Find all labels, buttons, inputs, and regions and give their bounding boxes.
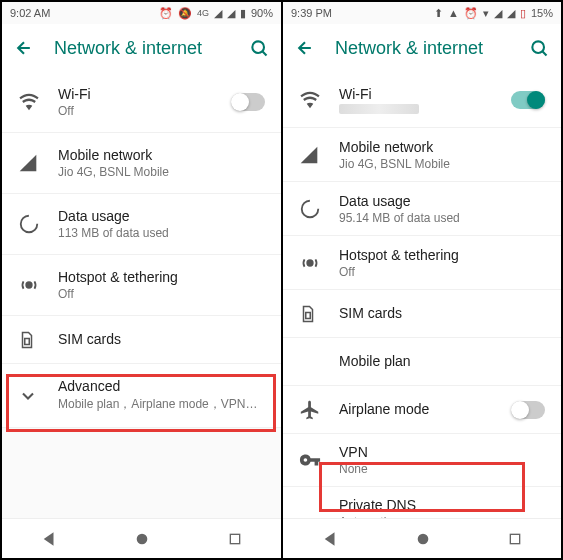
svg-rect-3 — [25, 338, 30, 344]
settings-list: Wi-FiOff Mobile networkJio 4G, BSNL Mobi… — [2, 72, 281, 518]
item-title: Mobile network — [58, 147, 265, 163]
notification-icon: ⬆ — [434, 7, 443, 20]
item-title: Data usage — [339, 193, 545, 209]
advanced-item[interactable]: AdvancedMobile plan，Airplane mode，VPN，Pr… — [2, 364, 281, 428]
settings-list: Wi-Fi Mobile networkJio 4G, BSNL Mobile … — [283, 72, 561, 518]
signal-icon: ◢ — [507, 7, 515, 20]
wifi-status-icon: ▾ — [483, 7, 489, 20]
signal-icon: ◢ — [214, 7, 222, 20]
status-time: 9:39 PM — [291, 7, 332, 19]
svg-point-6 — [532, 41, 544, 53]
sim-cards-item[interactable]: SIM cards — [283, 290, 561, 338]
mobile-network-item[interactable]: Mobile networkJio 4G, BSNL Mobile — [283, 128, 561, 182]
nav-bar — [2, 518, 281, 558]
data-usage-item[interactable]: Data usage95.14 MB of data used — [283, 182, 561, 236]
data-usage-icon — [299, 198, 339, 220]
svg-rect-11 — [510, 534, 519, 543]
hotspot-icon — [18, 274, 58, 296]
mobile-network-item[interactable]: Mobile networkJio 4G, BSNL Mobile — [2, 133, 281, 194]
wifi-icon — [299, 89, 339, 111]
item-title: Mobile plan — [339, 353, 545, 369]
vpn-item[interactable]: VPNNone — [283, 434, 561, 487]
item-title: SIM cards — [339, 305, 545, 321]
signal-icon — [299, 145, 339, 165]
item-title: Hotspot & tethering — [58, 269, 265, 285]
nav-back-icon[interactable] — [40, 530, 58, 548]
item-sub: Off — [58, 287, 265, 301]
nav-recent-icon[interactable] — [227, 531, 243, 547]
signal-icon — [18, 153, 58, 173]
airplane-toggle[interactable] — [511, 401, 545, 419]
signal-icon: ◢ — [494, 7, 502, 20]
nav-home-icon[interactable] — [415, 531, 431, 547]
wifi-item[interactable]: Wi-Fi — [283, 72, 561, 128]
sim-cards-item[interactable]: SIM cards — [2, 316, 281, 364]
nav-back-icon[interactable] — [321, 530, 339, 548]
back-icon[interactable] — [14, 38, 34, 58]
svg-point-0 — [252, 41, 264, 53]
svg-point-1 — [21, 216, 38, 233]
item-title: SIM cards — [58, 331, 265, 347]
item-sub: Mobile plan，Airplane mode，VPN，Priva… — [58, 396, 265, 413]
wifi-item[interactable]: Wi-FiOff — [2, 72, 281, 133]
hotspot-item[interactable]: Hotspot & tetheringOff — [2, 255, 281, 316]
alarm-icon: ⏰ — [159, 7, 173, 20]
nav-recent-icon[interactable] — [507, 531, 523, 547]
wifi-toggle[interactable] — [511, 91, 545, 109]
back-icon[interactable] — [295, 38, 315, 58]
airplane-icon — [299, 399, 339, 421]
data-usage-item[interactable]: Data usage113 MB of data used — [2, 194, 281, 255]
battery-percent: 90% — [251, 7, 273, 19]
wifi-toggle[interactable] — [231, 93, 265, 111]
alarm-icon: ⏰ — [464, 7, 478, 20]
app-bar: Network & internet — [283, 24, 561, 72]
airplane-mode-item[interactable]: Airplane mode — [283, 386, 561, 434]
item-sub: 113 MB of data used — [58, 226, 265, 240]
status-bar: 9:39 PM ⬆ ▲ ⏰ ▾ ◢ ◢ ▯ 15% — [283, 2, 561, 24]
sim-icon — [18, 329, 58, 351]
item-title: Airplane mode — [339, 401, 511, 417]
nav-home-icon[interactable] — [134, 531, 150, 547]
item-sub: Off — [58, 104, 231, 118]
svg-point-10 — [418, 533, 429, 544]
chevron-down-icon — [18, 386, 58, 406]
hotspot-icon — [299, 252, 339, 274]
sim-icon — [299, 303, 339, 325]
item-sub: Off — [339, 265, 545, 279]
screen-left: 9:02 AM ⏰ 🔕 4G ◢ ◢ ▮ 90% Network & inter… — [2, 2, 281, 558]
svg-point-7 — [302, 200, 319, 217]
battery-icon: ▮ — [240, 7, 246, 20]
item-title: Data usage — [58, 208, 265, 224]
svg-point-8 — [307, 260, 313, 266]
status-icons: ⏰ 🔕 4G ◢ ◢ ▮ 90% — [159, 7, 273, 20]
item-title: VPN — [339, 444, 545, 460]
item-title: Mobile network — [339, 139, 545, 155]
mobile-plan-item[interactable]: Mobile plan — [283, 338, 561, 386]
screen-right: 9:39 PM ⬆ ▲ ⏰ ▾ ◢ ◢ ▯ 15% Network & inte… — [283, 2, 561, 558]
search-icon[interactable] — [249, 38, 269, 58]
item-sub: Jio 4G, BSNL Mobile — [58, 165, 265, 179]
page-title: Network & internet — [335, 38, 509, 59]
svg-point-2 — [26, 282, 32, 288]
search-icon[interactable] — [529, 38, 549, 58]
private-dns-item[interactable]: Private DNSAutomatic — [283, 487, 561, 518]
item-title: Hotspot & tethering — [339, 247, 545, 263]
item-sub: 95.14 MB of data used — [339, 211, 545, 225]
status-time: 9:02 AM — [10, 7, 50, 19]
item-title: Wi-Fi — [339, 86, 511, 102]
item-title: Advanced — [58, 378, 265, 394]
dnd-icon: 🔕 — [178, 7, 192, 20]
vpn-key-icon — [299, 449, 339, 471]
wifi-ssid-redacted — [339, 104, 419, 114]
network-type: 4G — [197, 8, 209, 18]
item-sub: Jio 4G, BSNL Mobile — [339, 157, 545, 171]
wifi-icon — [18, 91, 58, 113]
svg-rect-9 — [306, 312, 311, 318]
item-title: Private DNS — [339, 497, 545, 513]
signal-icon: ◢ — [227, 7, 235, 20]
hotspot-item[interactable]: Hotspot & tetheringOff — [283, 236, 561, 290]
status-icons: ⬆ ▲ ⏰ ▾ ◢ ◢ ▯ 15% — [434, 7, 553, 20]
battery-icon: ▯ — [520, 7, 526, 20]
item-title: Wi-Fi — [58, 86, 231, 102]
page-title: Network & internet — [54, 38, 229, 59]
